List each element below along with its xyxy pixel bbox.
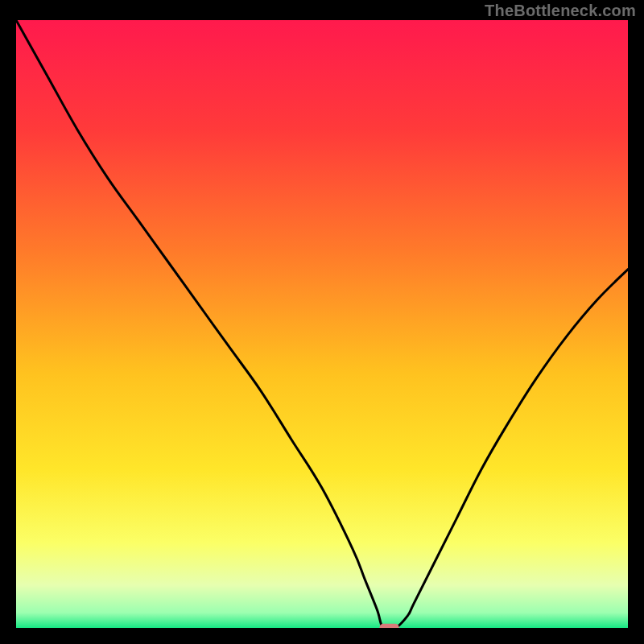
watermark-text: TheBottleneck.com [485, 2, 636, 20]
svg-rect-0 [16, 20, 628, 628]
plot-viewport [16, 20, 628, 628]
chart-frame: TheBottleneck.com [0, 0, 644, 644]
gradient-background [16, 20, 628, 628]
